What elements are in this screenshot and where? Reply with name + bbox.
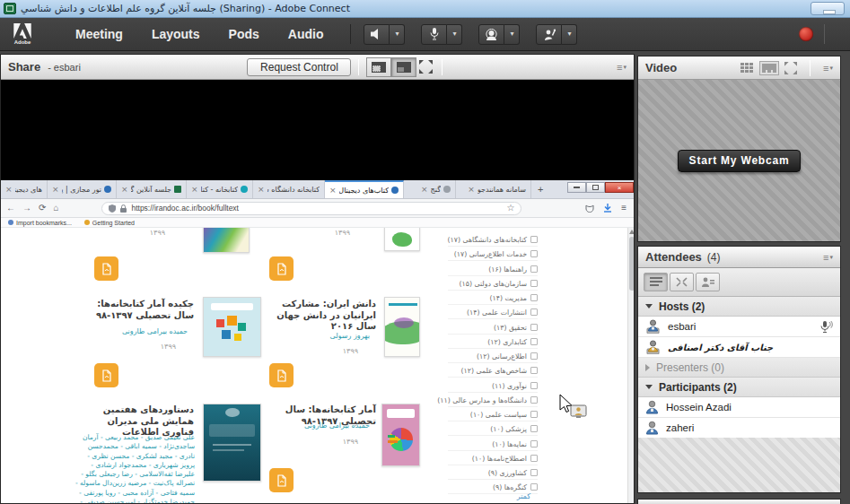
checkbox[interactable] <box>530 367 538 374</box>
video-fullscreen-icon[interactable] <box>784 62 797 74</box>
book-cover[interactable] <box>381 404 420 466</box>
participants-section-header[interactable]: Participants (2) <box>638 378 840 397</box>
browser-tab-active[interactable]: کتاب‌های دیجیتال ایران × <box>325 180 404 198</box>
browser-tab[interactable]: های دیجیتال ایران × <box>1 180 48 198</box>
category-item[interactable]: انتشارات علمی (۱۴) <box>448 306 538 319</box>
tab-close-icon[interactable]: × <box>468 185 475 194</box>
menu-layouts[interactable]: Layouts <box>152 27 200 41</box>
request-control-button[interactable]: Request Control <box>247 58 351 76</box>
tab-close-icon[interactable]: × <box>52 185 59 194</box>
tab-close-icon[interactable]: × <box>421 185 428 194</box>
tab-close-icon[interactable]: × <box>191 185 198 194</box>
menu-pods[interactable]: Pods <box>229 27 259 41</box>
active-mic-icon[interactable] <box>819 320 833 334</box>
checkbox[interactable] <box>530 396 538 404</box>
pdf-download-icon[interactable] <box>269 468 294 492</box>
category-item[interactable]: کتابخانه‌های دانشگاهی (۱۷) <box>448 233 538 247</box>
browser-tab[interactable]: گنج × <box>404 180 456 198</box>
attendees-pod-menu-button[interactable]: ≡▾ <box>823 252 833 263</box>
attendee-row-hossein[interactable]: Hossein Azadi <box>638 397 840 418</box>
tab-close-icon[interactable]: × <box>329 186 337 195</box>
tab-close-icon[interactable]: × <box>5 185 13 194</box>
minimize-button[interactable] <box>811 2 845 15</box>
book-title[interactable]: دانش ایران: مشارکت ایرانیان در دانش جهان… <box>268 299 376 333</box>
hosts-section-header[interactable]: Hosts (2) <box>638 297 840 317</box>
book-authors[interactable]: علی نعیمی صدیق - محمد ربیعی - آرمان ساجد… <box>71 433 195 503</box>
attendee-list-view-button[interactable] <box>644 273 668 291</box>
checkbox[interactable] <box>530 483 538 491</box>
category-item[interactable]: پزشکی (۱۰) <box>448 422 538 436</box>
raise-hand-button[interactable] <box>536 24 562 45</box>
category-item[interactable]: مدیریت (۱۴) <box>448 291 538 305</box>
video-pod-menu-button[interactable]: ≡▾ <box>823 63 833 74</box>
book-author[interactable]: حمیده بیرامی طارونی <box>75 327 188 335</box>
tab-close-icon[interactable]: × <box>121 185 128 194</box>
share-view-pod-button[interactable] <box>391 57 416 77</box>
checkbox[interactable] <box>530 236 538 243</box>
checkbox[interactable] <box>530 265 538 273</box>
attendee-row-host2[interactable]: جناب آقای دکتر اصنافی <box>638 337 840 358</box>
filmstrip-view-icon[interactable] <box>759 61 779 75</box>
book-cover[interactable] <box>203 297 261 357</box>
browser-minimize-button[interactable] <box>567 182 586 193</box>
webcam-dropdown[interactable]: ▾ <box>504 24 520 45</box>
checkbox[interactable] <box>530 294 538 301</box>
browser-close-button[interactable]: × <box>605 182 634 193</box>
browser-tab[interactable]: کتابخانه - کتابیو × <box>187 180 253 198</box>
category-item[interactable]: نوآوری (۱۱) <box>448 379 538 393</box>
category-item[interactable]: کشاورزی (۹) <box>448 466 538 480</box>
book-title[interactable]: چکیده آمار کتابخانه‌ها: سال تحصیلی ۱۳۹۷-… <box>75 299 194 321</box>
browser-tab[interactable]: سامانه همانندجو × <box>456 180 531 198</box>
checkbox[interactable] <box>530 411 538 418</box>
category-item[interactable]: دانشگاه‌ها و مدارس عالی (۱۱) <box>448 394 538 407</box>
attendee-row-zaheri[interactable]: zaheri <box>638 418 840 439</box>
book-cover[interactable] <box>384 228 420 251</box>
book-cover[interactable] <box>203 404 261 482</box>
pdf-download-icon[interactable] <box>269 363 294 387</box>
category-item[interactable]: شاخص‌های علمی (۱۲) <box>448 364 538 378</box>
menu-meeting[interactable]: Meeting <box>75 27 123 41</box>
new-tab-button[interactable]: + <box>531 180 549 198</box>
speaker-button[interactable] <box>364 24 390 45</box>
breakout-view-button[interactable] <box>670 273 694 291</box>
checkbox[interactable] <box>530 469 538 476</box>
home-icon[interactable]: ⌂ <box>53 204 58 213</box>
browser-tab[interactable]: تور مجازی | پژوهشگاه × <box>48 180 117 198</box>
category-item[interactable]: نمایه‌ها (۱۰) <box>448 438 538 451</box>
reload-icon[interactable]: ⟳ <box>39 204 46 213</box>
presenters-section-header[interactable]: Presenters (0) <box>638 358 840 378</box>
microphone-button[interactable] <box>421 24 447 45</box>
fullscreen-button[interactable] <box>416 57 434 77</box>
grid-view-icon[interactable] <box>740 63 754 74</box>
download-icon[interactable] <box>603 204 612 213</box>
raise-hand-dropdown[interactable]: ▾ <box>562 24 577 45</box>
book-author[interactable]: حمیده بیرامی طارونی <box>268 421 370 430</box>
checkbox[interactable] <box>530 280 538 287</box>
url-bar[interactable]: https://irandoc.ac.ir/book/fulltext ☆ <box>101 202 521 215</box>
forward-icon[interactable]: → <box>22 204 31 213</box>
book-cover[interactable] <box>203 228 250 253</box>
book-cover[interactable] <box>384 297 420 357</box>
pdf-download-icon[interactable] <box>94 256 118 281</box>
bookmark-star-icon[interactable]: ☆ <box>506 204 514 213</box>
scrollbar-thumb[interactable] <box>629 237 634 291</box>
microphone-dropdown[interactable]: ▾ <box>447 24 462 45</box>
scroll-up-icon[interactable] <box>629 230 634 234</box>
tab-close-icon[interactable]: × <box>258 185 265 194</box>
checkbox[interactable] <box>530 440 538 448</box>
share-pod-menu-button[interactable]: ≡▾ <box>617 62 627 73</box>
checkbox[interactable] <box>530 455 538 462</box>
show-less-link[interactable]: کمتر <box>517 492 530 500</box>
import-bookmarks-item[interactable]: Import bookmarks... <box>8 220 72 226</box>
speaker-dropdown[interactable]: ▾ <box>390 24 405 45</box>
attendee-status-view-button[interactable] <box>696 273 720 291</box>
pdf-download-icon[interactable] <box>269 256 294 281</box>
browser-tab[interactable]: جلسه آنلاین گروه عل × <box>117 180 187 198</box>
category-item[interactable]: سازمان‌های دولتی (۱۵) <box>448 277 538 291</box>
start-webcam-button[interactable]: Start My Webcam <box>678 150 802 172</box>
browser-tab[interactable]: کتابخانه دانشگاه شهید به × <box>253 180 325 198</box>
checkbox[interactable] <box>530 308 538 316</box>
checkbox[interactable] <box>530 250 538 257</box>
checkbox[interactable] <box>530 425 538 432</box>
pdf-download-icon[interactable] <box>94 363 118 387</box>
